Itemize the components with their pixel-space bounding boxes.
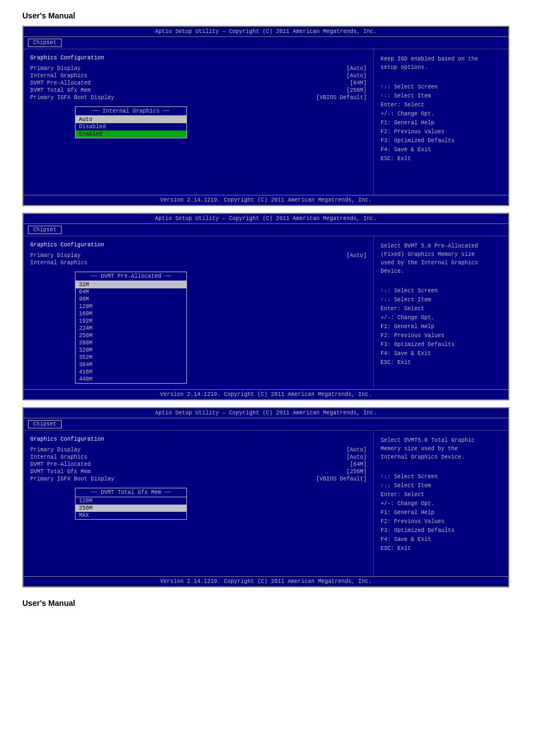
bios-header-1: Aptio Setup Utility – Copyright (C) 2011… (24, 27, 508, 37)
dropdown-item-enabled[interactable]: Enabled (76, 130, 186, 138)
dvmt-item-64m[interactable]: 64M (76, 288, 186, 296)
p3-config-row-3: DVMT Total Gfx Mem [256M] (30, 469, 367, 475)
config-row-1: Internal Graphics [Auto] (30, 73, 367, 79)
dvmt-item-96m[interactable]: 96M (76, 296, 186, 303)
bios-footer-1: Version 2.14.1219. Copyright (C) 2011 Am… (24, 195, 508, 205)
p3-config-row-1: Internal Graphics [Auto] (30, 454, 367, 460)
dvmt-item-352m[interactable]: 352M (76, 354, 186, 361)
dvmt-item-128m[interactable]: 128M (76, 303, 186, 310)
tab-bar-2: Chipset (24, 224, 508, 236)
dvmt-item-160m[interactable]: 160M (76, 310, 186, 318)
dvmt-item-256m[interactable]: 256M (76, 332, 186, 339)
p2-config-row-0: Primary Display [Auto] (30, 253, 367, 259)
dvmt-item-480m[interactable]: 480M (76, 383, 186, 384)
bios-right-3: Select DVMT5.0 Total GraphicMemory size … (374, 431, 508, 576)
dvmt-item-32m[interactable]: 32M (76, 281, 186, 288)
bios-panel-2: Aptio Setup Utility – Copyright (C) 2011… (22, 213, 509, 400)
tab-bar-3: Chipset (24, 418, 508, 431)
dvmt-pre-allocated-dropdown[interactable]: ── DVMT Pre-Allocated ── 32M 64M 96M 128… (75, 272, 187, 384)
dvmt-dropdown-title: ── DVMT Pre-Allocated ── (76, 272, 186, 281)
help-text-2: Select DVMT 5.0 Pre-Allocated(Fixed) Gra… (381, 242, 502, 276)
dvmt-item-288m[interactable]: 288M (76, 339, 186, 347)
dvmt-item-192m[interactable]: 192M (76, 318, 186, 325)
config-row-2: DVMT Pre-Allocated [64M] (30, 80, 367, 86)
chipset-tab-3[interactable]: Chipset (28, 420, 62, 428)
bios-left-2: Graphics Configuration Primary Display [… (24, 236, 374, 389)
dvmt-total-128m[interactable]: 128M (76, 497, 186, 505)
help-text-3: Select DVMT5.0 Total GraphicMemory size … (381, 436, 502, 461)
p3-config-row-0: Primary Display [Auto] (30, 447, 367, 453)
dvmt-item-416m[interactable]: 416M (76, 368, 186, 376)
dvmt-item-448m[interactable]: 448M (76, 376, 186, 383)
top-title: User's Manual (22, 11, 512, 20)
config-row-3: DVMT Total Gfx Mem [256M] (30, 87, 367, 94)
p3-config-row-2: DVMT Pre-Allocated [64M] (30, 461, 367, 468)
chipset-tab-1[interactable]: Chipset (28, 39, 62, 47)
help-keys-3: ↑↓: Select Screen ↑↓: Select Item Enter:… (381, 473, 502, 553)
config-row-0: Primary Display [Auto] (30, 66, 367, 72)
chipset-tab-2[interactable]: Chipset (28, 226, 62, 234)
dvmt-total-256m[interactable]: 256M (76, 505, 186, 512)
dvmt-item-384m[interactable]: 384M (76, 361, 186, 368)
bios-footer-3: Version 2.14.1219. Copyright (C) 2011 Am… (24, 576, 508, 586)
dropdown-title-1: ── Internal Graphics ── (76, 107, 186, 116)
dvmt-total-title: ── DVMT Total Gfx Mem ── (76, 488, 186, 497)
help-keys-2: ↑↓: Select Screen ↑↓: Select Item Enter:… (381, 287, 502, 367)
bios-right-1: Keep IGD enabled based on thesetup optio… (374, 49, 508, 195)
section-title-1: Graphics Configuration (30, 55, 367, 61)
dvmt-item-224m[interactable]: 224M (76, 325, 186, 332)
dropdown-item-disabled[interactable]: Disabled (76, 123, 186, 130)
dvmt-item-320m[interactable]: 320M (76, 347, 186, 354)
p2-config-row-1: Internal Graphics (30, 260, 367, 266)
dropdown-item-auto[interactable]: Auto (76, 116, 186, 123)
bios-footer-2: Version 2.14.1219. Copyright (C) 2011 Am… (24, 389, 508, 399)
bios-left-3: Graphics Configuration Primary Display [… (24, 431, 374, 576)
help-text-1: Keep IGD enabled based on thesetup optio… (381, 55, 502, 72)
p3-config-row-4: Primary IGFX Boot Display [VBIOS Default… (30, 476, 367, 482)
bios-left-1: Graphics Configuration Primary Display [… (24, 49, 374, 195)
tab-bar-1: Chipset (24, 37, 508, 49)
dvmt-total-max[interactable]: MAX (76, 512, 186, 519)
bios-header-2: Aptio Setup Utility – Copyright (C) 2011… (24, 214, 508, 224)
bios-header-3: Aptio Setup Utility – Copyright (C) 2011… (24, 408, 508, 418)
section-title-2: Graphics Configuration (30, 242, 367, 248)
dvmt-total-dropdown[interactable]: ── DVMT Total Gfx Mem ── 128M 256M MAX (75, 488, 187, 520)
bottom-title: User's Manual (22, 599, 512, 608)
help-keys-1: ↑↓: Select Screen ↑↓: Select Item Enter:… (381, 83, 502, 164)
config-row-4: Primary IGFX Boot Display [VBIOS Default… (30, 95, 367, 101)
bios-right-2: Select DVMT 5.0 Pre-Allocated(Fixed) Gra… (374, 236, 508, 389)
internal-graphics-dropdown[interactable]: ── Internal Graphics ── Auto Disabled En… (75, 106, 187, 138)
section-title-3: Graphics Configuration (30, 436, 367, 442)
bios-panel-3: Aptio Setup Utility – Copyright (C) 2011… (22, 407, 509, 587)
bios-panel-1: Aptio Setup Utility – Copyright (C) 2011… (22, 26, 509, 206)
